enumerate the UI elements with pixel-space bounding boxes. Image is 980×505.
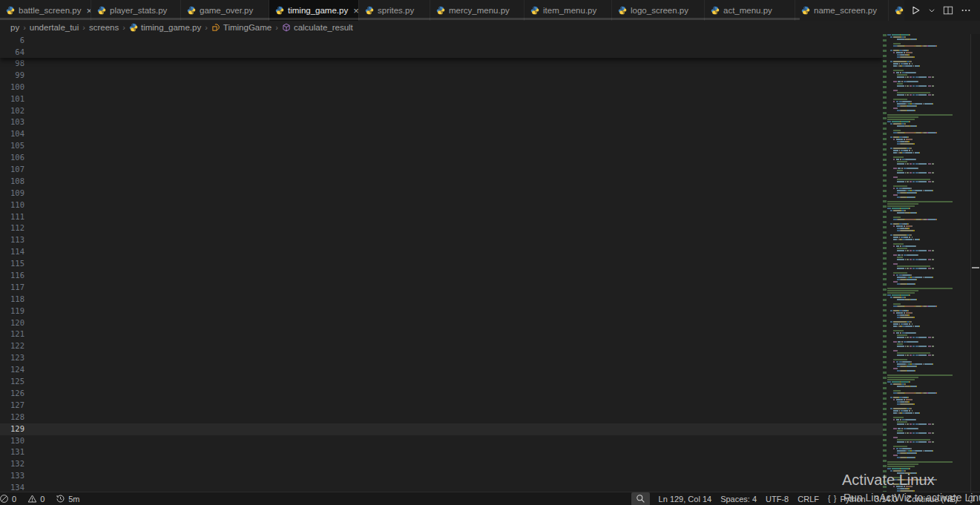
code-line-111[interactable]: 111 (0, 211, 883, 223)
line-number[interactable]: 116 (0, 270, 41, 282)
split-editor-button[interactable] (943, 5, 953, 16)
code-line-131[interactable]: 131 (0, 446, 883, 458)
line-number[interactable]: 128 (0, 412, 41, 423)
status-item-0[interactable]: 0 (0, 492, 21, 505)
line-number[interactable]: 109 (0, 188, 41, 199)
code-line-100[interactable]: 100 (0, 82, 883, 93)
code-line-130[interactable]: 130 (0, 435, 883, 447)
line-number[interactable]: 121 (0, 329, 41, 340)
breadcrumb-item-screens[interactable]: screens (89, 23, 119, 32)
code-line-108[interactable]: 108 (0, 176, 883, 188)
line-number[interactable]: 101 (0, 93, 41, 105)
status-item-continue-ne-[interactable]: Continue (NE) (901, 492, 962, 505)
line-number[interactable]: 113 (0, 234, 41, 246)
line-number[interactable]: 115 (0, 258, 41, 270)
code-line-109[interactable]: 109 (0, 188, 883, 199)
line-number[interactable]: 107 (0, 164, 41, 176)
code-line-115[interactable]: 115 (0, 258, 883, 270)
status-item-3-14-0[interactable]: 3.14.0 (870, 492, 902, 505)
line-number[interactable]: 110 (0, 199, 41, 211)
line-number[interactable]: 98 (0, 58, 41, 70)
breadcrumb-item-py[interactable]: py (10, 23, 19, 32)
breadcrumb-item-calculate_result[interactable]: calculate_result (282, 23, 353, 32)
line-number[interactable]: 64 (0, 46, 41, 58)
code-line-64[interactable]: 64 (0, 46, 883, 58)
code-line-122[interactable]: 122 (0, 340, 883, 352)
code-line-120[interactable]: 120 (0, 317, 883, 329)
code-lines[interactable]: 9899100101102103104105106107108109110111… (0, 58, 883, 492)
line-number[interactable]: 6 (0, 34, 41, 46)
breadcrumb-item-TimingGame[interactable]: TimingGame (211, 23, 272, 32)
code-line-6[interactable]: 6 (0, 34, 883, 46)
line-number[interactable]: 99 (0, 70, 41, 82)
line-number[interactable]: 100 (0, 82, 41, 93)
line-number[interactable]: 111 (0, 211, 41, 223)
line-number[interactable]: 103 (0, 116, 41, 128)
code-line-123[interactable]: 123 (0, 352, 883, 364)
code-line-121[interactable]: 121 (0, 329, 883, 340)
code-editor[interactable]: 664 989910010110210310410510610710810911… (0, 34, 883, 492)
run-dropdown-button[interactable] (928, 7, 935, 14)
line-number[interactable]: 125 (0, 376, 41, 388)
line-number[interactable]: 104 (0, 128, 41, 140)
code-line-102[interactable]: 102 (0, 105, 883, 117)
code-line-114[interactable]: 114 (0, 246, 883, 258)
code-line-134[interactable]: 134 (0, 482, 883, 492)
line-number[interactable]: 106 (0, 152, 41, 164)
code-line-119[interactable]: 119 (0, 306, 883, 317)
code-line-113[interactable]: 113 (0, 234, 883, 246)
status-item-python[interactable]: { }Python (823, 492, 870, 505)
line-number[interactable]: 119 (0, 306, 41, 317)
code-line-112[interactable]: 112 (0, 222, 883, 234)
more-actions-button[interactable] (961, 5, 971, 16)
line-number[interactable]: 102 (0, 105, 41, 117)
line-number[interactable]: 132 (0, 458, 41, 470)
run-button[interactable] (910, 5, 921, 16)
code-line-99[interactable]: 99 (0, 70, 883, 82)
line-number[interactable]: 123 (0, 352, 41, 364)
code-line-129[interactable]: 129 (0, 423, 883, 435)
close-icon[interactable]: × (86, 6, 91, 16)
line-number[interactable]: 108 (0, 176, 41, 188)
line-number[interactable]: 122 (0, 340, 41, 352)
breadcrumb-item-timing_game-py[interactable]: timing_game.py (129, 23, 201, 32)
line-number[interactable]: 118 (0, 294, 41, 306)
code-line-110[interactable]: 110 (0, 199, 883, 211)
status-item-ln-129-col-14[interactable]: Ln 129, Col 14 (654, 492, 717, 505)
line-number[interactable]: 105 (0, 140, 41, 152)
line-number[interactable]: 120 (0, 317, 41, 329)
line-number[interactable]: 117 (0, 282, 41, 294)
code-line-125[interactable]: 125 (0, 376, 883, 388)
line-number[interactable]: 130 (0, 435, 41, 447)
code-line-127[interactable]: 127 (0, 400, 883, 412)
line-number[interactable]: 124 (0, 364, 41, 376)
code-line-116[interactable]: 116 (0, 270, 883, 282)
code-line-126[interactable]: 126 (0, 388, 883, 400)
line-number[interactable]: 134 (0, 482, 41, 492)
line-number[interactable]: 133 (0, 470, 41, 482)
minimap[interactable] (887, 34, 970, 492)
code-line-105[interactable]: 105 (0, 140, 883, 152)
tab-name_screen-py[interactable]: name_screen.py (795, 0, 889, 21)
code-line-106[interactable]: 106 (0, 152, 883, 164)
code-line-103[interactable]: 103 (0, 116, 883, 128)
breadcrumb-item-undertale_tui[interactable]: undertale_tui (30, 23, 79, 32)
code-line-104[interactable]: 104 (0, 128, 883, 140)
tabbar-scrollbar[interactable] (0, 18, 800, 20)
close-icon[interactable]: × (353, 6, 359, 16)
status-item-5m[interactable]: 5m (51, 492, 84, 505)
status-item-search-icon[interactable] (631, 492, 650, 505)
sticky-scroll[interactable]: 664 (0, 34, 883, 58)
line-number[interactable]: 114 (0, 246, 41, 258)
code-line-132[interactable]: 132 (0, 458, 883, 470)
status-item-bell-icon[interactable] (962, 492, 980, 505)
code-line-107[interactable]: 107 (0, 164, 883, 176)
line-number[interactable]: 112 (0, 222, 41, 234)
code-line-117[interactable]: 117 (0, 282, 883, 294)
code-line-124[interactable]: 124 (0, 364, 883, 376)
code-line-128[interactable]: 128 (0, 412, 883, 423)
code-line-101[interactable]: 101 (0, 93, 883, 105)
status-item-spaces-4[interactable]: Spaces: 4 (716, 492, 761, 505)
line-number[interactable]: 126 (0, 388, 41, 400)
code-line-133[interactable]: 133 (0, 470, 883, 482)
